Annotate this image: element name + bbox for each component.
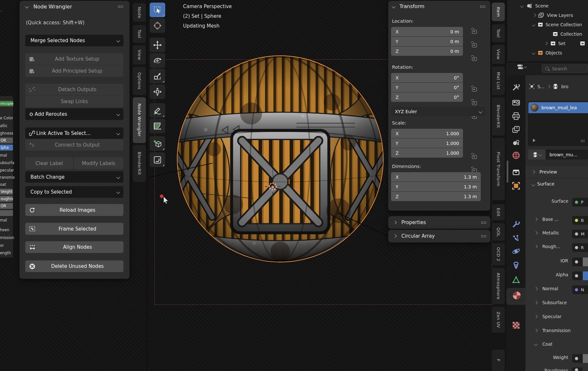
expand-chevron-icon[interactable]: [532, 51, 535, 54]
tab-mat-list[interactable]: Mat List: [492, 66, 505, 95]
nav-tab-object[interactable]: [512, 182, 520, 191]
nav-scrollbar-thumb[interactable]: [507, 161, 508, 183]
panel-drag-icon[interactable]: [481, 221, 486, 224]
scale-x-field[interactable]: X 1.000: [391, 129, 463, 138]
normal-row[interactable]: Normal: [535, 286, 558, 291]
nav-tab-texture[interactable]: [512, 321, 520, 331]
tab-item[interactable]: Item: [492, 3, 505, 21]
panel-title[interactable]: Node Wrangler: [33, 4, 72, 10]
select-box-tool-button[interactable]: [150, 3, 165, 17]
move-tool-button[interactable]: [150, 38, 165, 52]
nav-tab-view-layer[interactable]: [512, 125, 520, 135]
expand-chevron-icon[interactable]: [532, 23, 536, 26]
coat-roughness-socket-button[interactable]: [572, 367, 582, 371]
nav-tab-physics[interactable]: [512, 247, 520, 257]
weight-socket-button[interactable]: [572, 354, 582, 363]
location-x-field[interactable]: X 0 m: [391, 27, 463, 36]
sphere-object[interactable]: [157, 36, 403, 282]
delete-unused-nodes-button[interactable]: Delete Unused Nodes: [25, 260, 123, 272]
location-y-field[interactable]: Y 0 m: [391, 37, 463, 46]
outliner-row-objects[interactable]: Objects: [532, 48, 562, 57]
dimensions-y-field[interactable]: Y 1.3 m: [391, 182, 481, 191]
expand-chevron-icon[interactable]: [534, 217, 537, 221]
lock-icon[interactable]: [472, 57, 477, 61]
tab-qol[interactable]: QOL: [492, 223, 505, 241]
lock-icon[interactable]: [472, 101, 477, 105]
search-input[interactable]: [551, 66, 582, 72]
circular-array-collapsed-panel[interactable]: Circular Array: [388, 230, 490, 243]
add-primitive-tool-button[interactable]: [150, 136, 165, 151]
expand-chevron-icon[interactable]: [534, 301, 537, 304]
swap-links-button[interactable]: Swap Links: [25, 96, 123, 107]
rotation-y-field[interactable]: Y 0°: [391, 83, 463, 92]
nav-tab-particles[interactable]: [512, 234, 520, 244]
roughness-row[interactable]: Rough...: [535, 244, 560, 249]
tab-edit[interactable]: Edit: [492, 204, 505, 220]
metallic-value[interactable]: M: [572, 230, 588, 238]
tab-blenderkit[interactable]: BlenderKit: [133, 145, 146, 182]
copy-to-selected-dropdown[interactable]: Copy to Selected: [25, 186, 123, 198]
expand-chevron-icon[interactable]: [534, 287, 537, 290]
material-slot-selected[interactable]: brown_mud_lea: [528, 102, 588, 113]
dimensions-z-field[interactable]: Z 1.3 m: [391, 192, 481, 201]
panel-drag-icon[interactable]: [481, 235, 486, 237]
link-active-to-selected-dropdown[interactable]: Link Active To Select...: [25, 127, 123, 139]
expand-chevron-icon[interactable]: [534, 245, 537, 248]
location-z-field[interactable]: Z 0 m: [391, 46, 463, 56]
base-color-value[interactable]: B: [572, 216, 588, 225]
lock-icon[interactable]: [472, 88, 477, 91]
add-principled-setup-button[interactable]: Add Principled Setup: [25, 65, 123, 77]
batch-change-dropdown[interactable]: Batch Change: [25, 171, 123, 183]
rotate-tool-button[interactable]: [150, 53, 165, 68]
connect-to-output-button[interactable]: 2 Connect to Output: [25, 139, 123, 150]
rotation-z-field[interactable]: Z 0°: [391, 92, 463, 102]
tab-pivot-transform[interactable]: Pivot Transform: [492, 138, 505, 200]
tab-options[interactable]: Options: [133, 67, 146, 95]
extra-tool-button[interactable]: [150, 152, 165, 167]
panel-drag-icon[interactable]: [480, 5, 485, 8]
coat-row[interactable]: Coat: [535, 341, 552, 347]
rotation-mode-dropdown[interactable]: XYZ Euler: [391, 107, 486, 116]
nav-tab-modifiers[interactable]: [512, 220, 520, 230]
properties-collapsed-panel[interactable]: Properties: [388, 216, 490, 229]
search-box[interactable]: [542, 64, 588, 73]
material-name-field[interactable]: brown_mu...: [546, 150, 588, 160]
expand-chevron-icon[interactable]: [534, 231, 537, 234]
panel-collapse-chevron-icon[interactable]: [25, 5, 29, 8]
nav-tab-collection[interactable]: [512, 168, 520, 178]
slot-list-drag-icon[interactable]: [581, 139, 585, 142]
tab-ocd2[interactable]: OCD 2: [492, 243, 505, 265]
tab-view[interactable]: View: [133, 45, 146, 65]
tab-node[interactable]: Node: [133, 3, 146, 22]
node-slider[interactable]: [0, 210, 13, 216]
tab-tool[interactable]: Tool: [133, 25, 146, 43]
scale-tool-button[interactable]: [150, 69, 165, 83]
weight-slider[interactable]: [583, 354, 588, 363]
nav-tab-world[interactable]: [512, 151, 520, 161]
node-slider[interactable]: OR: [0, 203, 13, 209]
lock-icon[interactable]: [472, 30, 477, 34]
modify-labels-button[interactable]: Modify Labels: [74, 157, 123, 169]
breadcrumb-object-name[interactable]: S...: [537, 84, 544, 89]
transmission-row[interactable]: Transmission: [535, 328, 571, 333]
normal-value[interactable]: N: [572, 285, 588, 294]
tab-zen-uv[interactable]: Zen UV: [492, 307, 505, 333]
expand-chevron-icon[interactable]: [532, 13, 536, 17]
nav-tab-constraints[interactable]: [512, 261, 520, 271]
nav-tab-output[interactable]: [512, 112, 520, 122]
editor-divider[interactable]: [147, 0, 147, 371]
cursor-tool-button[interactable]: [150, 18, 165, 33]
transform-panel-title[interactable]: Transform: [399, 4, 424, 9]
panel-collapse-chevron-icon[interactable]: [392, 5, 395, 8]
nav-tab-tool[interactable]: [512, 83, 520, 93]
subsurface-row[interactable]: Subsurface: [535, 300, 567, 305]
measure-tool-button[interactable]: [150, 119, 165, 133]
dimensions-x-field[interactable]: X 1.3 m: [391, 172, 481, 182]
outliner-row-collection[interactable]: Collection: [553, 29, 588, 39]
add-texture-setup-button[interactable]: Add Texture Setup: [25, 53, 123, 65]
nav-tab-scene[interactable]: [512, 138, 520, 148]
specular-row[interactable]: Specular: [535, 314, 561, 319]
expand-chevron-icon[interactable]: [534, 315, 537, 318]
breadcrumb-material-name[interactable]: bro: [561, 84, 568, 89]
tab-view-right[interactable]: View: [492, 45, 505, 64]
